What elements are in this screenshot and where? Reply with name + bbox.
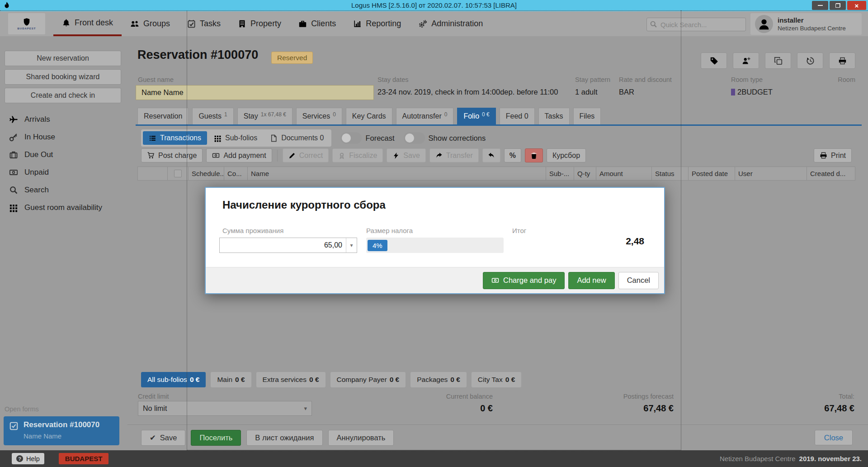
sidebar-item-guest-room-availability[interactable]: Guest room availability: [0, 199, 127, 216]
add-new-button[interactable]: Add new: [568, 272, 614, 289]
col-header-created-date[interactable]: Created d...: [807, 167, 855, 180]
view-transactions[interactable]: Transactions: [143, 131, 207, 145]
save-transaction-button[interactable]: Save: [387, 148, 425, 162]
subfolio-tab-company-payer[interactable]: Company Payer0 €: [330, 372, 406, 387]
col-header-qty[interactable]: Q-ty: [574, 167, 596, 180]
tax-size-field[interactable]: 4%: [366, 238, 504, 253]
sidebar-item-in-house[interactable]: In House: [0, 128, 127, 146]
nav-label: Clients: [311, 19, 336, 29]
nav-front-desk[interactable]: Front desk: [53, 11, 122, 36]
kursbor-button[interactable]: Курсбор: [547, 148, 586, 162]
suitcase-icon: [9, 150, 18, 159]
sidebar-item-unpaid[interactable]: Unpaid: [0, 163, 127, 181]
subfolio-tab-all[interactable]: All sub-folios0 €: [141, 372, 206, 387]
sidebar-item-arrivals[interactable]: Arrivals: [0, 110, 127, 128]
col-header-code[interactable]: Co...: [224, 167, 248, 180]
stay-dates-label: Stay dates: [377, 76, 409, 83]
forecast-toggle[interactable]: [340, 132, 362, 144]
nav-groups[interactable]: Groups: [122, 11, 179, 36]
tab-key-cards[interactable]: Key Cards: [346, 108, 392, 124]
close-window-button[interactable]: ×: [847, 1, 866, 10]
hotel-logo[interactable]: BUDAPEST: [8, 13, 45, 34]
maximize-button[interactable]: [830, 1, 846, 10]
view-sub-folios[interactable]: Sub-folios: [208, 131, 263, 145]
add-guest-button[interactable]: [733, 52, 759, 69]
tab-tasks[interactable]: Tasks: [538, 108, 570, 124]
printer-icon: [820, 152, 827, 159]
view-documents[interactable]: Documents 0: [264, 131, 330, 145]
tags-button[interactable]: [701, 52, 727, 69]
tax-rate-chip[interactable]: 4%: [368, 240, 387, 251]
subfolio-tab-extra-services[interactable]: Extra services0 €: [256, 372, 326, 387]
save-button[interactable]: ✔Save: [141, 430, 185, 446]
select-all-checkbox[interactable]: [174, 170, 182, 177]
col-header-amount[interactable]: Amount: [596, 167, 652, 180]
credit-limit-select[interactable]: No limit ▾: [138, 401, 312, 416]
tab-files[interactable]: Files: [573, 108, 601, 124]
col-header-subfolio[interactable]: Sub-...: [546, 167, 574, 180]
close-button[interactable]: Close: [815, 430, 853, 445]
nav-clients[interactable]: Clients: [290, 11, 344, 36]
show-corrections-toggle[interactable]: [404, 132, 425, 144]
fiscalize-button[interactable]: Fiscalize: [332, 148, 383, 162]
percent-button[interactable]: %: [504, 148, 521, 162]
subfolio-tab-main[interactable]: Main0 €: [211, 372, 251, 387]
nav-label: Administration: [431, 19, 483, 29]
stay-amount-input[interactable]: [220, 238, 346, 253]
delete-button[interactable]: [525, 148, 543, 162]
check-in-button[interactable]: Поселить: [191, 430, 241, 446]
cancel-button[interactable]: Cancel: [618, 272, 659, 289]
sidebar-item-due-out[interactable]: Due Out: [0, 146, 127, 163]
budapest-property-button[interactable]: BUDAPEST: [59, 453, 109, 464]
col-header-user[interactable]: User: [735, 167, 807, 180]
add-payment-button[interactable]: Add payment: [206, 148, 272, 162]
transfer-button[interactable]: Transfer: [429, 148, 479, 162]
nav-administration[interactable]: Administration: [410, 11, 491, 36]
nav-tasks[interactable]: Tasks: [179, 11, 229, 36]
user-panel[interactable]: installer Netizen Budapest Centre: [750, 13, 862, 35]
annul-button[interactable]: Аннулировать: [328, 430, 394, 446]
shared-booking-wizard-button[interactable]: Shared booking wizard: [5, 69, 121, 85]
copy-reservation-button[interactable]: [765, 52, 791, 69]
col-header-name[interactable]: Name: [248, 167, 546, 180]
chevron-down-icon[interactable]: ▾: [346, 238, 357, 253]
col-header-select[interactable]: [168, 167, 189, 180]
sidebar-item-search[interactable]: Search: [0, 181, 127, 199]
undo-button[interactable]: [482, 148, 500, 162]
tab-feed[interactable]: Feed 0: [500, 108, 535, 124]
help-button[interactable]: ? Help: [12, 453, 44, 464]
nav-reporting[interactable]: Reporting: [344, 11, 410, 36]
tab-services[interactable]: Services0: [296, 108, 342, 124]
history-button[interactable]: [797, 52, 823, 69]
tab-guests[interactable]: Guests1: [192, 108, 233, 124]
minimize-button[interactable]: [812, 1, 828, 10]
nav-property[interactable]: Property: [229, 11, 290, 36]
quick-search-input[interactable]: [646, 18, 746, 31]
guest-name-input[interactable]: [136, 85, 374, 100]
waitlist-button[interactable]: В лист ожидания: [246, 430, 322, 446]
tab-folio[interactable]: Folio0 €: [457, 108, 495, 124]
tab-reservation[interactable]: Reservation: [137, 108, 189, 124]
charge-and-pay-button[interactable]: Charge and pay: [483, 272, 565, 289]
button-label: Correct: [299, 152, 323, 160]
tab-label: Files: [580, 112, 595, 120]
col-header-posted-date[interactable]: Posted date: [689, 167, 735, 180]
open-form-reservation[interactable]: Reservation #100070 Name Name: [4, 416, 119, 445]
credit-limit-value: No limit: [143, 405, 167, 413]
tab-autotransfer[interactable]: Autotransfer0: [396, 108, 454, 124]
print-reservation-button[interactable]: [829, 52, 855, 69]
subfolio-label: Extra services: [263, 376, 307, 384]
col-header-status[interactable]: Status: [652, 167, 689, 180]
post-charge-button[interactable]: Post charge: [141, 148, 203, 162]
new-reservation-button[interactable]: New reservation: [5, 51, 121, 66]
print-button[interactable]: Print: [814, 148, 852, 162]
button-label: Курсбор: [552, 152, 580, 160]
tab-stay[interactable]: Stay1x 67,48 €: [237, 108, 292, 124]
col-header-schedule[interactable]: Schedule...: [189, 167, 224, 180]
correct-button[interactable]: Correct: [283, 148, 329, 162]
create-and-check-in-button[interactable]: Create and check in: [5, 88, 121, 103]
sidebar-item-label: Guest room availability: [24, 203, 102, 212]
subfolio-tab-packages[interactable]: Packages0 €: [410, 372, 467, 387]
subfolio-tab-city-tax[interactable]: City Tax0 €: [472, 372, 521, 387]
sidebar-item-label: In House: [24, 133, 55, 142]
